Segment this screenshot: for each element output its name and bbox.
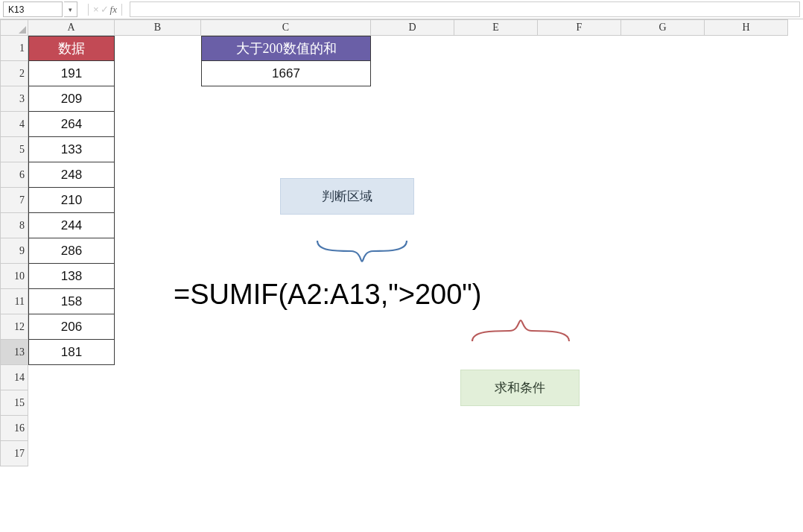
cell-A1-data-header[interactable]: 数据 xyxy=(28,36,115,61)
formula-input[interactable] xyxy=(130,1,800,17)
row-header-9[interactable]: 9 xyxy=(0,238,28,264)
row-header-15[interactable]: 15 xyxy=(0,390,28,416)
cell-A5[interactable]: 133 xyxy=(28,137,115,162)
row-header-17[interactable]: 17 xyxy=(0,441,28,466)
column-header-E[interactable]: E xyxy=(454,19,538,36)
cell-A11[interactable]: 158 xyxy=(28,289,115,314)
separator xyxy=(121,4,122,16)
cell-C2-result-value[interactable]: 1667 xyxy=(201,61,371,86)
row-header-7[interactable]: 7 xyxy=(0,188,28,213)
name-box[interactable]: K13 xyxy=(3,1,63,17)
row-header-1[interactable]: 1 xyxy=(0,36,28,61)
column-header-A[interactable]: A xyxy=(28,19,115,36)
column-header-B[interactable]: B xyxy=(115,19,201,36)
cell-A6[interactable]: 248 xyxy=(28,162,115,188)
cell-A8[interactable]: 244 xyxy=(28,213,115,238)
row-header-12[interactable]: 12 xyxy=(0,314,28,340)
formula-bar-buttons: × ✓ fx xyxy=(82,0,128,19)
cell-A4[interactable]: 264 xyxy=(28,112,115,137)
name-box-dropdown[interactable]: ▾ xyxy=(64,1,77,17)
row-header-13[interactable]: 13 xyxy=(0,340,28,365)
select-all-corner[interactable] xyxy=(0,19,28,36)
row-header-4[interactable]: 4 xyxy=(0,112,28,137)
row-header-10[interactable]: 10 xyxy=(0,264,28,289)
cell-A7[interactable]: 210 xyxy=(28,188,115,213)
separator xyxy=(88,4,89,16)
row-header-2[interactable]: 2 xyxy=(0,61,28,86)
cell-A13[interactable]: 181 xyxy=(28,340,115,365)
confirm-icon[interactable]: ✓ xyxy=(101,4,109,15)
cells-area[interactable]: 数据191209264133248210244286138158206181大于… xyxy=(28,36,803,532)
chevron-down-icon: ▾ xyxy=(69,6,72,13)
spreadsheet: ABCDEFGH 1234567891011121314151617 数据191… xyxy=(0,19,803,532)
row-header-3[interactable]: 3 xyxy=(0,86,28,112)
row-header-6[interactable]: 6 xyxy=(0,162,28,188)
row-header-5[interactable]: 5 xyxy=(0,137,28,162)
cancel-icon[interactable]: × xyxy=(93,4,99,15)
column-headers: ABCDEFGH xyxy=(0,19,788,36)
column-header-C[interactable]: C xyxy=(201,19,371,36)
row-header-16[interactable]: 16 xyxy=(0,416,28,441)
column-header-G[interactable]: G xyxy=(621,19,705,36)
cell-A10[interactable]: 138 xyxy=(28,264,115,289)
cell-C1-result-header[interactable]: 大于200数值的和 xyxy=(201,36,371,61)
cell-A12[interactable]: 206 xyxy=(28,314,115,340)
formula-bar: K13 ▾ × ✓ fx xyxy=(0,0,803,19)
row-headers: 1234567891011121314151617 xyxy=(0,36,28,466)
row-header-14[interactable]: 14 xyxy=(0,365,28,390)
row-header-11[interactable]: 11 xyxy=(0,289,28,314)
cell-A3[interactable]: 209 xyxy=(28,86,115,112)
cell-A9[interactable]: 286 xyxy=(28,238,115,264)
column-header-F[interactable]: F xyxy=(538,19,621,36)
cell-A2[interactable]: 191 xyxy=(28,61,115,86)
fx-icon[interactable]: fx xyxy=(110,4,117,16)
column-header-H[interactable]: H xyxy=(705,19,788,36)
column-header-D[interactable]: D xyxy=(371,19,454,36)
row-header-8[interactable]: 8 xyxy=(0,213,28,238)
